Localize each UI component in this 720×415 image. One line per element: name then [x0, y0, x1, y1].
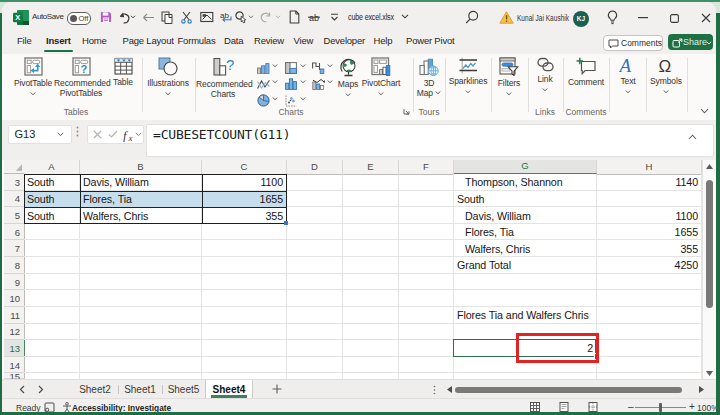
enter-icon[interactable]: [108, 130, 118, 138]
column-header-F[interactable]: F: [399, 160, 454, 175]
view-page-layout-icon[interactable]: [559, 402, 569, 412]
hscroll-right-icon[interactable]: [699, 386, 704, 393]
touch-mode-icon[interactable]: [235, 11, 247, 24]
insert-hierarchy-chart-button[interactable]: [285, 60, 297, 78]
ribbon-tab-data[interactable]: Data: [224, 35, 243, 50]
ribbon-tab-formulas[interactable]: Formulas: [178, 35, 216, 50]
minimize-icon[interactable]: [638, 17, 648, 19]
cell-C5[interactable]: 355: [202, 207, 286, 224]
cell-H3[interactable]: 1140: [597, 174, 701, 191]
comments-button[interactable]: Comments: [603, 35, 663, 51]
save-icon[interactable]: [100, 11, 112, 23]
strikethrough-icon[interactable]: ab: [308, 12, 323, 23]
cell-G7[interactable]: Walfers, Chris: [454, 240, 596, 257]
column-header-B[interactable]: B: [80, 160, 202, 175]
row-header-11[interactable]: 11: [4, 307, 25, 324]
cell-G3[interactable]: Thompson, Shannon: [454, 174, 596, 191]
row-header-9[interactable]: 9: [4, 274, 25, 291]
formula-input[interactable]: =CUBESETCOUNT(G11): [146, 124, 714, 157]
column-header-C[interactable]: C: [202, 160, 287, 175]
formula-bar-gripper-icon[interactable]: [76, 126, 79, 137]
pivotchart-button[interactable]: PivotChart: [354, 57, 408, 98]
search-icon[interactable]: [465, 10, 479, 24]
row-header-4[interactable]: 4: [4, 191, 25, 208]
cell-A5[interactable]: South: [24, 207, 79, 224]
back-arrow-icon[interactable]: [142, 13, 155, 22]
row-header-10[interactable]: 10: [4, 290, 25, 307]
cell-G4[interactable]: South: [454, 191, 596, 208]
cell-H5[interactable]: 1100: [597, 207, 701, 224]
row-header-8[interactable]: 8: [4, 257, 25, 274]
row-header-3[interactable]: 3: [4, 174, 25, 191]
excel-logo-icon[interactable]: X: [13, 10, 29, 25]
ribbon-tab-view[interactable]: View: [294, 35, 314, 50]
warning-icon[interactable]: [499, 11, 514, 24]
select-all-corner[interactable]: [4, 160, 25, 174]
name-box-chevron-icon[interactable]: [57, 132, 64, 137]
document-title[interactable]: cube excel.xlsx: [348, 12, 394, 22]
column-header-D[interactable]: D: [287, 160, 343, 175]
row-header-7[interactable]: 7: [4, 240, 25, 257]
pivottable-button[interactable]: PivotTable: [6, 57, 60, 98]
column-header-E[interactable]: E: [343, 160, 399, 175]
sheet-tab-sheet1[interactable]: Sheet1: [118, 380, 162, 399]
maximize-icon[interactable]: [670, 14, 679, 23]
cell-G8[interactable]: Grand Total: [454, 257, 596, 274]
vertical-scrollbar[interactable]: [702, 160, 715, 379]
autosave-toggle[interactable]: Off: [67, 12, 91, 25]
insert-column-chart-button[interactable]: [257, 60, 270, 78]
horizontal-scrollbar-thumb[interactable]: [455, 387, 682, 393]
new-file-icon[interactable]: [289, 10, 300, 24]
cell-B4[interactable]: Flores, Tia: [80, 191, 201, 208]
row-header-12[interactable]: 12: [4, 324, 25, 341]
zoom-slider-thumb[interactable]: [659, 403, 662, 412]
cut-icon[interactable]: [181, 11, 192, 24]
worksheet-grid[interactable]: ABCDEFGH3456789101112131415SouthDavis, W…: [2, 160, 716, 379]
email-icon[interactable]: [200, 11, 214, 23]
ribbon-tab-power-pivot[interactable]: Power Pivot: [406, 35, 455, 50]
cell-C3[interactable]: 1100: [202, 174, 286, 191]
cell-G11[interactable]: Flores Tia and Walfers Chris: [454, 307, 596, 324]
ribbon-tab-insert[interactable]: Insert: [46, 35, 71, 50]
share-button[interactable]: Share: [668, 34, 713, 50]
column-header-G[interactable]: G: [454, 160, 597, 174]
replace-icon[interactable]: ab: [220, 11, 233, 24]
title-chevron-icon[interactable]: [401, 14, 409, 19]
ribbon-tab-help[interactable]: Help: [374, 35, 393, 50]
cell-H6[interactable]: 1655: [597, 224, 701, 241]
sheet-tab-sheet4[interactable]: Sheet4: [205, 380, 253, 399]
collapse-ribbon-icon[interactable]: [700, 108, 709, 114]
zoom-out-button[interactable]: –: [628, 401, 634, 412]
recommended-charts-button[interactable]: ?RecommendedCharts: [196, 57, 250, 98]
insert-function-icon[interactable]: fx: [123, 129, 135, 142]
customize-qat-icon[interactable]: [330, 13, 339, 22]
cell-B3[interactable]: Davis, William: [80, 174, 201, 191]
scroll-up-icon[interactable]: [706, 164, 713, 169]
symbols-button[interactable]: ΩSymbols: [639, 57, 693, 96]
column-header-H[interactable]: H: [597, 160, 702, 175]
sheet-tab-sheet2[interactable]: Sheet2: [72, 380, 118, 399]
sheet-nav-right-icon[interactable]: [38, 385, 44, 394]
cancel-icon[interactable]: [93, 130, 102, 139]
zoom-level[interactable]: 100%: [697, 403, 716, 413]
scroll-down-icon[interactable]: [706, 371, 713, 376]
hscroll-left-icon[interactable]: [447, 386, 452, 393]
cell-C4[interactable]: 1655: [202, 191, 286, 208]
undo-icon[interactable]: [118, 11, 130, 24]
copy-icon[interactable]: [161, 11, 173, 24]
view-page-break-icon[interactable]: [588, 402, 598, 412]
collapse-formula-bar-icon[interactable]: [688, 134, 697, 140]
ribbon-tab-developer[interactable]: Developer: [324, 35, 366, 50]
sheet-nav-left-icon[interactable]: [19, 385, 25, 394]
sheetbar-gripper-icon[interactable]: [433, 385, 436, 395]
ribbon-tab-page-layout[interactable]: Page Layout: [123, 35, 174, 50]
illustrations-button[interactable]: Illustrations: [141, 57, 195, 98]
status-accessibility[interactable]: Accessibility: Investigate: [72, 403, 171, 413]
close-icon[interactable]: [701, 13, 711, 23]
user-name[interactable]: Kunal Jai Kaushik: [517, 13, 569, 23]
view-normal-icon[interactable]: [530, 402, 540, 412]
lightbulb-icon[interactable]: [607, 10, 618, 25]
cell-B5[interactable]: Walfers, Chris: [80, 207, 201, 224]
ribbon-tab-review[interactable]: Review: [254, 35, 284, 50]
insert-statistic-chart-button[interactable]: [285, 76, 297, 94]
